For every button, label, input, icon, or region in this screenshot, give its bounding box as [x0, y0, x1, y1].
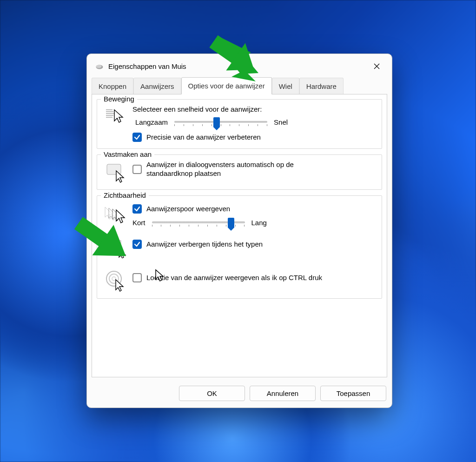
ok-button[interactable]: OK	[179, 386, 245, 401]
apply-button[interactable]: Toepassen	[320, 386, 386, 401]
snap-to-checkbox[interactable]	[132, 165, 142, 174]
group-legend-vastmaken: Vastmaken aan	[101, 150, 154, 158]
snap-to-icon	[103, 161, 129, 183]
cursor-icon	[155, 269, 165, 283]
annotation-arrow-left	[70, 208, 139, 278]
enhance-precision-checkbox[interactable]	[132, 133, 142, 142]
svg-point-1	[96, 65, 102, 68]
dialog-button-row: OK Annuleren Toepassen	[87, 381, 392, 408]
speed-slow-label: Langzaam	[135, 118, 168, 126]
annotation-arrow-top	[200, 26, 260, 86]
group-zichtbaarheid: Zichtbaarheid Aanwijzerspoo	[97, 195, 382, 299]
pointer-speed-slider[interactable]	[174, 118, 267, 126]
pointer-trail-label: Aanwijzerspoor weergeven	[146, 205, 230, 214]
mouse-icon	[95, 63, 104, 69]
group-legend-zichtbaarheid: Zichtbaarheid	[101, 191, 149, 199]
cancel-button[interactable]: Annuleren	[250, 386, 316, 401]
tab-hardware[interactable]: Hardware	[299, 78, 344, 94]
tab-wiel[interactable]: Wiel	[272, 78, 299, 94]
enhance-precision-label: Precisie van de aanwijzer verbeteren	[146, 133, 261, 142]
group-legend-beweging: Beweging	[101, 95, 137, 103]
speed-fast-label: Snel	[274, 118, 288, 126]
pointer-speed-icon	[103, 105, 129, 125]
close-button[interactable]	[369, 60, 384, 73]
trail-long-label: Lang	[251, 219, 267, 227]
ctrl-locate-label: Locatie van de aanwijzer weergeven als i…	[146, 274, 322, 282]
pointer-trail-slider[interactable]	[152, 218, 245, 227]
hide-while-typing-label: Aanwijzer verbergen tijdens het typen	[146, 240, 263, 249]
group-beweging: Beweging Selecteer een snelheid voor de …	[97, 99, 382, 149]
group-vastmaken: Vastmaken aan Aanwijzer in dialoogvenste…	[97, 154, 382, 190]
close-icon	[374, 63, 380, 69]
tab-aanwijzers[interactable]: Aanwijzers	[133, 78, 181, 94]
tab-knoppen[interactable]: Knoppen	[92, 78, 133, 94]
pointer-speed-label: Selecteer een snelheid voor de aanwijzer…	[132, 105, 376, 113]
snap-to-label: Aanwijzer in dialoogvensters automatisch…	[146, 161, 342, 178]
